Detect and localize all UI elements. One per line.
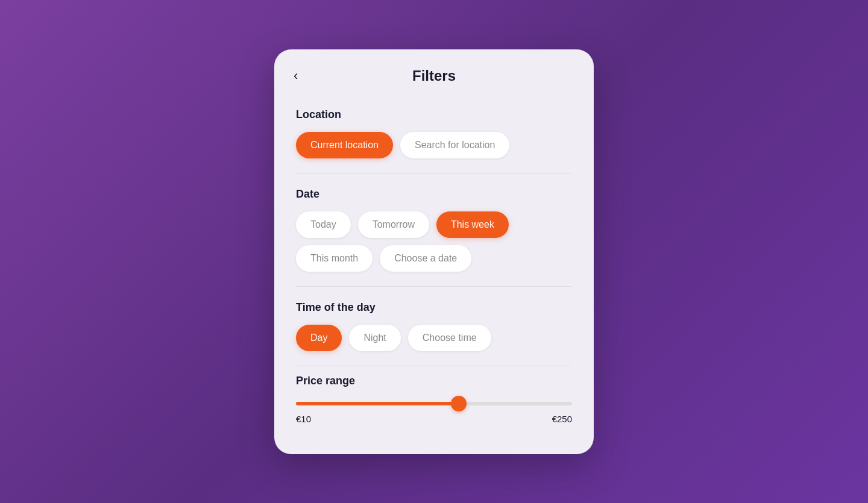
back-button[interactable]: ‹ [294,69,298,83]
chip-search-location[interactable]: Search for location [400,132,509,158]
divider-1 [296,173,572,173]
price-slider-track [296,402,572,405]
divider-2 [296,286,572,287]
back-icon: ‹ [294,68,298,83]
chip-today[interactable]: Today [296,211,351,238]
chip-choose-time[interactable]: Choose time [408,325,491,351]
date-section: Date Today Tomorrow This week This month… [274,176,594,284]
chip-choose-date[interactable]: Choose a date [380,245,471,272]
chip-this-week[interactable]: This week [436,211,509,238]
date-label: Date [296,188,572,201]
location-section: Location Current location Search for loc… [274,96,594,170]
slider-labels: €10 €250 [296,414,572,424]
divider-3 [296,366,572,366]
location-label: Location [296,108,572,121]
modal-header: ‹ Filters [274,49,594,96]
date-chips-row2: This month Choose a date [296,245,572,272]
chip-current-location[interactable]: Current location [296,132,393,158]
chip-tomorrow[interactable]: Tomorrow [358,211,429,238]
chip-night[interactable]: Night [349,325,400,351]
price-min-label: €10 [296,414,311,424]
time-label: Time of the day [296,301,572,314]
date-chips-row1: Today Tomorrow This week [296,211,572,238]
chip-day[interactable]: Day [296,325,342,351]
price-label: Price range [296,375,572,387]
chip-this-month[interactable]: This month [296,245,373,272]
price-range-section: Price range €10 €250 [274,369,594,430]
price-max-label: €250 [552,414,572,424]
time-section: Time of the day Day Night Choose time [274,289,594,363]
time-chips: Day Night Choose time [296,325,572,351]
filters-modal: ‹ Filters Location Current location Sear… [274,49,594,454]
location-chips: Current location Search for location [296,132,572,158]
page-title: Filters [412,67,456,84]
